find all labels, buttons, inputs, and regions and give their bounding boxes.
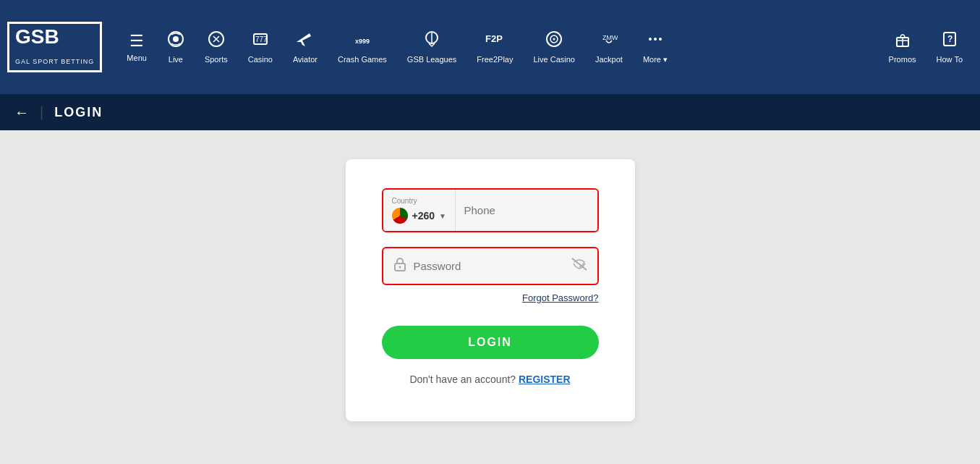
nav-item-menu[interactable]: Menu	[116, 32, 157, 62]
promos-icon	[894, 30, 911, 52]
crash-icon: x999	[354, 30, 371, 52]
phone-input[interactable]	[456, 190, 599, 231]
login-card: Country +260 ▼	[346, 159, 635, 421]
eye-slash-icon[interactable]	[571, 258, 587, 274]
main-content: Country +260 ▼	[0, 130, 980, 464]
svg-text:ZMW: ZMW	[602, 34, 618, 41]
menu-icon	[129, 32, 144, 51]
nav-label-gsbleagues: GSB Leagues	[407, 55, 457, 64]
country-value: +260 ▼	[392, 208, 446, 224]
svg-point-11	[553, 38, 555, 41]
page-title: LOGIN	[54, 105, 103, 120]
nav-label-f2p: Free2Play	[477, 55, 513, 64]
nav-item-sports[interactable]: Sports	[195, 30, 238, 64]
nav-item-live[interactable]: Live	[157, 30, 195, 64]
forgot-row: Forgot Password?	[382, 291, 599, 304]
svg-text:?: ?	[947, 34, 953, 44]
nav-item-gsbleagues[interactable]: GSB Leagues	[397, 30, 467, 64]
svg-point-14	[654, 38, 657, 41]
f2p-icon: F2P	[485, 30, 505, 52]
svg-text:F2P: F2P	[485, 33, 503, 44]
nav-label-crash: Crash Games	[338, 55, 387, 64]
nav-item-aviator[interactable]: Aviator	[283, 30, 328, 64]
nav-label-casino: Casino	[248, 55, 273, 64]
lock-icon	[393, 257, 406, 275]
nav-label-howto: How To	[937, 55, 963, 64]
jackpot-icon: ZMW	[600, 30, 618, 52]
register-link[interactable]: REGISTER	[519, 374, 571, 385]
country-code: +260	[412, 210, 435, 222]
nav: Menu Live	[116, 30, 973, 64]
svg-point-13	[649, 38, 652, 41]
casino-icon: 777	[252, 30, 269, 52]
howto-icon: ?	[941, 30, 958, 52]
chevron-down-icon: ▼	[439, 212, 446, 220]
nav-item-livecasino[interactable]: Live Casino	[523, 30, 584, 64]
aviator-icon	[295, 30, 315, 52]
register-row: Don't have an account? REGISTER	[382, 374, 599, 385]
livecasino-icon	[545, 30, 563, 52]
country-label: Country	[392, 197, 417, 205]
logo: GSB GAL SPORT BETTING	[7, 22, 102, 72]
forgot-password-link[interactable]: Forgot Password?	[522, 292, 599, 303]
svg-point-15	[659, 38, 662, 41]
svg-point-1	[173, 36, 179, 42]
password-group	[382, 247, 599, 285]
nav-label-aviator: Aviator	[293, 55, 318, 64]
nav-item-howto[interactable]: ? How To	[926, 30, 973, 64]
country-select[interactable]: Country +260 ▼	[383, 190, 456, 231]
password-input[interactable]	[414, 260, 571, 272]
nav-item-f2p[interactable]: F2P Free2Play	[466, 30, 523, 64]
nav-item-more[interactable]: More ▾	[633, 30, 678, 64]
login-button[interactable]: LOGIN	[382, 326, 599, 359]
nav-item-crash[interactable]: x999 Crash Games	[328, 30, 397, 64]
svg-text:x999: x999	[355, 38, 370, 45]
no-account-text: Don't have an account?	[409, 374, 516, 385]
back-button[interactable]: ←	[14, 104, 29, 121]
nav-label-livecasino: Live Casino	[533, 55, 574, 64]
gsbleagues-icon	[423, 30, 440, 52]
sports-icon	[208, 30, 225, 52]
nav-label-jackpot: Jackpot	[595, 55, 623, 64]
header: GSB GAL SPORT BETTING Menu Live	[0, 0, 980, 94]
svg-point-20	[399, 266, 401, 269]
nav-label-live: Live	[169, 55, 183, 64]
nav-item-jackpot[interactable]: ZMW Jackpot	[585, 30, 633, 64]
breadcrumb-bar: ← | LOGIN	[0, 94, 980, 130]
breadcrumb-divider: |	[40, 104, 43, 121]
svg-text:777: 777	[255, 35, 268, 43]
nav-label-more: More ▾	[643, 55, 668, 64]
nav-label-menu: Menu	[127, 54, 147, 62]
phone-group: Country +260 ▼	[382, 188, 599, 232]
more-icon	[647, 30, 664, 52]
nav-label-promos: Promos	[889, 55, 916, 64]
nav-label-sports: Sports	[205, 55, 228, 64]
nav-item-promos[interactable]: Promos	[879, 30, 926, 64]
zambia-flag	[392, 208, 408, 224]
live-icon	[167, 30, 184, 52]
nav-item-casino[interactable]: 777 Casino	[238, 30, 283, 64]
